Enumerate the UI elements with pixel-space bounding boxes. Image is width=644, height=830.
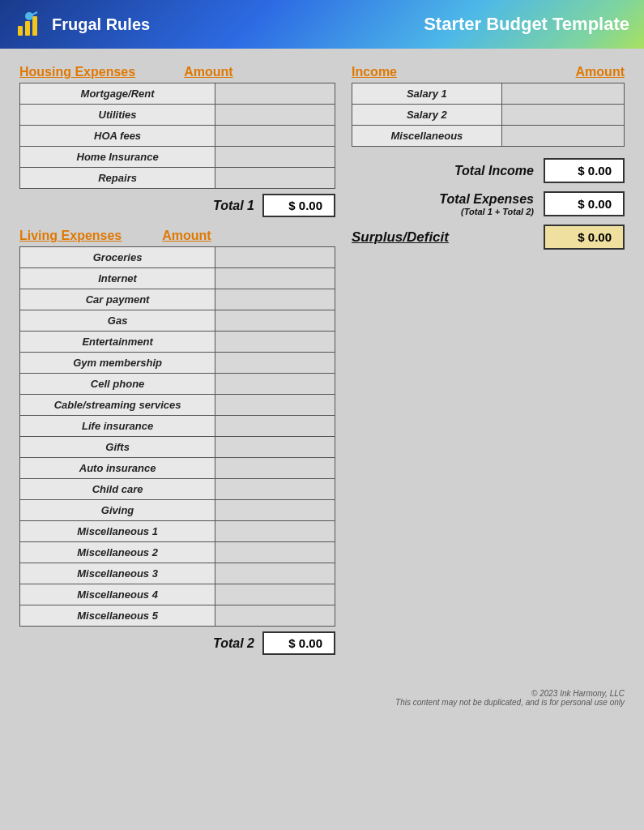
table-row: Cell phone <box>20 374 335 395</box>
surplus-label: Surplus/Deficit <box>352 229 449 246</box>
row-value <box>215 374 335 395</box>
logo-area: Frugal Rules <box>15 10 150 39</box>
row-label: Salary 1 <box>352 83 502 105</box>
right-column: Income Amount Salary 1 Salary 2 Miscella… <box>352 65 625 666</box>
housing-total-row: Total 1 $ 0.00 <box>19 194 335 217</box>
income-title: Income <box>352 65 397 79</box>
table-row: Miscellaneous <box>352 126 625 147</box>
svg-rect-1 <box>25 21 30 36</box>
table-row: Miscellaneous 3 <box>20 563 335 584</box>
row-label: HOA fees <box>20 126 215 147</box>
total-income-label: Total Income <box>352 164 544 178</box>
living-total-label: Total 2 <box>213 636 254 651</box>
table-row: Cable/streaming services <box>20 395 335 416</box>
brand-name: Frugal Rules <box>52 15 150 34</box>
header: Frugal Rules Starter Budget Template <box>0 0 644 49</box>
row-label: Repairs <box>20 168 215 189</box>
row-value <box>215 521 335 542</box>
row-value <box>215 289 335 310</box>
table-row: Gifts <box>20 437 335 458</box>
row-label: Cell phone <box>20 374 215 395</box>
footer: © 2023 Ink Harmony, LLC This content may… <box>0 682 644 713</box>
row-value <box>501 126 624 147</box>
row-label: Miscellaneous 5 <box>20 605 215 627</box>
table-row: Groceries <box>20 247 335 268</box>
table-row: Repairs <box>20 168 335 189</box>
total-expenses-row: Total Expenses (Total 1 + Total 2) $ 0.0… <box>352 191 625 216</box>
surplus-value: $ 0.00 <box>544 225 625 250</box>
left-column: Housing Expenses Amount Mortgage/Rent Ut… <box>19 65 335 666</box>
table-row: Miscellaneous 5 <box>20 605 335 627</box>
total-expenses-value: $ 0.00 <box>544 191 625 216</box>
row-value <box>215 563 335 584</box>
row-label: Cable/streaming services <box>20 395 215 416</box>
table-row: Life insurance <box>20 416 335 437</box>
row-value <box>501 83 624 105</box>
row-value <box>215 395 335 416</box>
living-total-value: $ 0.00 <box>262 631 335 655</box>
table-row: Salary 2 <box>352 105 625 126</box>
row-label: Auto insurance <box>20 458 215 479</box>
row-value <box>215 584 335 605</box>
row-label: Gifts <box>20 437 215 458</box>
row-label: Miscellaneous 4 <box>20 584 215 605</box>
footer-line2: This content may not be duplicated, and … <box>19 698 625 707</box>
table-row: Mortgage/Rent <box>20 83 335 105</box>
row-value <box>215 458 335 479</box>
row-value <box>215 247 335 268</box>
living-amount-label: Amount <box>162 229 211 243</box>
housing-title: Housing Expenses <box>19 65 135 79</box>
total-expenses-sub: (Total 1 + Total 2) <box>352 207 534 216</box>
row-label: Car payment <box>20 289 215 310</box>
living-total-row: Total 2 $ 0.00 <box>19 631 335 655</box>
row-label: Groceries <box>20 247 215 268</box>
main-content: Housing Expenses Amount Mortgage/Rent Ut… <box>0 49 644 682</box>
row-label: Salary 2 <box>352 105 502 126</box>
footer-line1: © 2023 Ink Harmony, LLC <box>19 689 625 698</box>
row-value <box>215 416 335 437</box>
row-label: Life insurance <box>20 416 215 437</box>
row-value <box>215 83 335 105</box>
row-value <box>215 126 335 147</box>
row-label: Miscellaneous 3 <box>20 563 215 584</box>
housing-header: Housing Expenses Amount <box>19 65 335 79</box>
table-row: Entertainment <box>20 332 335 353</box>
row-label: Miscellaneous 2 <box>20 542 215 563</box>
table-row: Gym membership <box>20 353 335 374</box>
row-value <box>501 105 624 126</box>
row-value <box>215 105 335 126</box>
row-value <box>215 437 335 458</box>
row-label: Home Insurance <box>20 147 215 168</box>
row-label: Miscellaneous 1 <box>20 521 215 542</box>
living-table: Groceries Internet Car payment Gas Enter… <box>19 246 335 627</box>
row-value <box>215 332 335 353</box>
row-value <box>215 500 335 521</box>
total-expenses-label: Total Expenses (Total 1 + Total 2) <box>352 192 544 216</box>
row-value <box>215 605 335 627</box>
row-label: Child care <box>20 479 215 500</box>
housing-total-label: Total 1 <box>213 199 254 213</box>
income-header: Income Amount <box>352 65 625 79</box>
row-label: Miscellaneous <box>352 126 502 147</box>
table-row: Salary 1 <box>352 83 625 105</box>
living-header: Living Expenses Amount <box>19 229 335 243</box>
page-title: Starter Budget Template <box>424 14 629 35</box>
income-amount-label: Amount <box>576 65 625 79</box>
table-row: Car payment <box>20 289 335 310</box>
row-label: Utilities <box>20 105 215 126</box>
table-row: Miscellaneous 2 <box>20 542 335 563</box>
income-table: Salary 1 Salary 2 Miscellaneous <box>352 83 625 147</box>
row-label: Entertainment <box>20 332 215 353</box>
housing-total-value: $ 0.00 <box>262 194 335 217</box>
housing-table: Mortgage/Rent Utilities HOA fees Home In… <box>19 83 335 189</box>
table-row: Gas <box>20 310 335 332</box>
row-value <box>215 310 335 332</box>
row-label: Giving <box>20 500 215 521</box>
row-label: Gas <box>20 310 215 332</box>
housing-amount-label: Amount <box>184 65 232 79</box>
logo-icon <box>15 10 44 39</box>
row-label: Gym membership <box>20 353 215 374</box>
surplus-row: Surplus/Deficit $ 0.00 <box>352 225 625 250</box>
total-income-row: Total Income $ 0.00 <box>352 158 625 183</box>
row-value <box>215 479 335 500</box>
